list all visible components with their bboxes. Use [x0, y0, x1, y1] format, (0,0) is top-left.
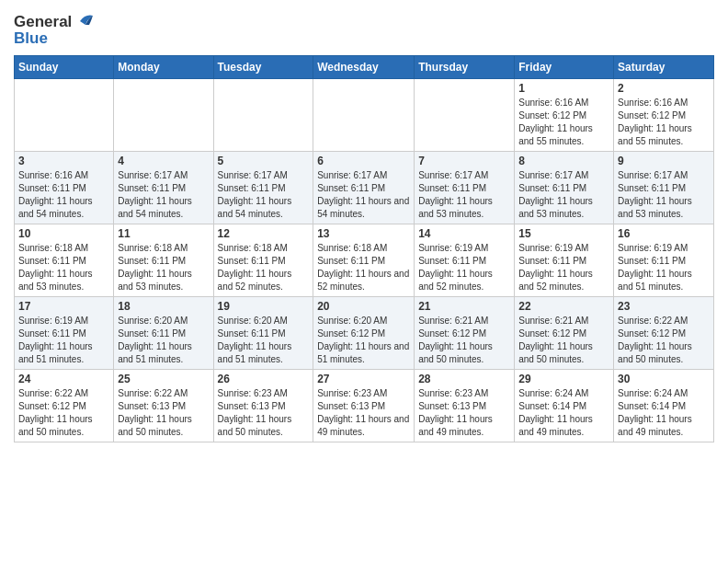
day-number: 19 [218, 300, 310, 313]
day-number: 26 [218, 373, 310, 385]
day-number: 21 [418, 300, 510, 313]
day-info: Sunrise: 6:20 AMSunset: 6:11 PMDaylight:… [118, 315, 209, 366]
day-number: 7 [418, 155, 510, 167]
day-number: 4 [118, 155, 209, 167]
day-info: Sunrise: 6:18 AMSunset: 6:11 PMDaylight:… [18, 242, 109, 293]
calendar-cell [15, 79, 114, 152]
day-info: Sunrise: 6:19 AMSunset: 6:11 PMDaylight:… [518, 242, 609, 293]
day-info: Sunrise: 6:21 AMSunset: 6:12 PMDaylight:… [418, 315, 510, 366]
day-number: 8 [518, 155, 609, 167]
day-number: 13 [317, 227, 410, 240]
calendar-cell: 27Sunrise: 6:23 AMSunset: 6:13 PMDayligh… [313, 370, 415, 442]
calendar-cell: 10Sunrise: 6:18 AMSunset: 6:11 PMDayligh… [15, 224, 114, 297]
weekday-header: Tuesday [213, 56, 313, 79]
day-number: 6 [317, 155, 410, 167]
day-info: Sunrise: 6:20 AMSunset: 6:11 PMDaylight:… [218, 315, 310, 366]
day-info: Sunrise: 6:17 AMSunset: 6:11 PMDaylight:… [118, 169, 209, 221]
day-info: Sunrise: 6:17 AMSunset: 6:11 PMDaylight:… [317, 169, 410, 221]
calendar-cell [415, 79, 515, 152]
weekday-header: Sunday [15, 56, 114, 79]
logo-blue-text: Blue [14, 29, 93, 48]
day-number: 17 [18, 300, 109, 313]
day-info: Sunrise: 6:22 AMSunset: 6:12 PMDaylight:… [18, 387, 109, 439]
day-info: Sunrise: 6:18 AMSunset: 6:11 PMDaylight:… [218, 242, 310, 293]
day-info: Sunrise: 6:24 AMSunset: 6:14 PMDaylight:… [618, 387, 710, 439]
day-info: Sunrise: 6:23 AMSunset: 6:13 PMDaylight:… [317, 387, 410, 439]
day-info: Sunrise: 6:22 AMSunset: 6:13 PMDaylight:… [118, 387, 209, 439]
header: General Blue [14, 9, 714, 48]
day-info: Sunrise: 6:17 AMSunset: 6:11 PMDaylight:… [418, 169, 510, 221]
day-number: 28 [418, 373, 510, 385]
day-number: 9 [618, 155, 710, 167]
weekday-header: Friday [515, 56, 614, 79]
day-info: Sunrise: 6:16 AMSunset: 6:12 PMDaylight:… [618, 97, 710, 148]
calendar-cell [114, 79, 213, 152]
calendar-week-row: 3Sunrise: 6:16 AMSunset: 6:11 PMDaylight… [15, 152, 714, 224]
day-info: Sunrise: 6:19 AMSunset: 6:11 PMDaylight:… [418, 242, 510, 293]
calendar-cell: 3Sunrise: 6:16 AMSunset: 6:11 PMDaylight… [15, 152, 114, 224]
calendar-cell: 30Sunrise: 6:24 AMSunset: 6:14 PMDayligh… [614, 370, 714, 442]
calendar-cell: 16Sunrise: 6:19 AMSunset: 6:11 PMDayligh… [614, 224, 714, 297]
weekday-header: Saturday [614, 56, 714, 79]
day-info: Sunrise: 6:23 AMSunset: 6:13 PMDaylight:… [218, 387, 310, 439]
day-number: 27 [317, 373, 410, 385]
calendar-header-row: SundayMondayTuesdayWednesdayThursdayFrid… [15, 56, 714, 79]
calendar-week-row: 17Sunrise: 6:19 AMSunset: 6:11 PMDayligh… [15, 297, 714, 370]
day-number: 14 [418, 227, 510, 240]
day-info: Sunrise: 6:19 AMSunset: 6:11 PMDaylight:… [18, 315, 109, 366]
day-number: 16 [618, 227, 710, 240]
day-info: Sunrise: 6:22 AMSunset: 6:12 PMDaylight:… [618, 315, 710, 366]
day-number: 10 [18, 227, 109, 240]
calendar-cell: 11Sunrise: 6:18 AMSunset: 6:11 PMDayligh… [114, 224, 213, 297]
calendar-cell: 29Sunrise: 6:24 AMSunset: 6:14 PMDayligh… [515, 370, 614, 442]
calendar-cell: 5Sunrise: 6:17 AMSunset: 6:11 PMDaylight… [213, 152, 313, 224]
weekday-header: Wednesday [313, 56, 415, 79]
calendar-cell: 13Sunrise: 6:18 AMSunset: 6:11 PMDayligh… [313, 224, 415, 297]
day-info: Sunrise: 6:23 AMSunset: 6:13 PMDaylight:… [418, 387, 510, 439]
day-info: Sunrise: 6:20 AMSunset: 6:12 PMDaylight:… [317, 315, 410, 366]
calendar-cell: 26Sunrise: 6:23 AMSunset: 6:13 PMDayligh… [213, 370, 313, 442]
day-info: Sunrise: 6:18 AMSunset: 6:11 PMDaylight:… [118, 242, 209, 293]
day-number: 25 [118, 373, 209, 385]
day-number: 29 [518, 373, 609, 385]
calendar-cell [213, 79, 313, 152]
day-info: Sunrise: 6:16 AMSunset: 6:12 PMDaylight:… [518, 97, 609, 148]
calendar-cell: 24Sunrise: 6:22 AMSunset: 6:12 PMDayligh… [15, 370, 114, 442]
calendar-cell: 28Sunrise: 6:23 AMSunset: 6:13 PMDayligh… [415, 370, 515, 442]
day-number: 3 [18, 155, 109, 167]
calendar-cell: 18Sunrise: 6:20 AMSunset: 6:11 PMDayligh… [114, 297, 213, 370]
day-info: Sunrise: 6:18 AMSunset: 6:11 PMDaylight:… [317, 242, 410, 293]
logo-bird-icon [73, 12, 93, 30]
day-number: 20 [317, 300, 410, 313]
day-info: Sunrise: 6:24 AMSunset: 6:14 PMDaylight:… [518, 387, 609, 439]
logo-general-text: General [14, 13, 72, 31]
page: General Blue SundayMondayTuesdayWednesda… [0, 0, 728, 563]
calendar-cell: 21Sunrise: 6:21 AMSunset: 6:12 PMDayligh… [415, 297, 515, 370]
calendar-cell: 25Sunrise: 6:22 AMSunset: 6:13 PMDayligh… [114, 370, 213, 442]
calendar-cell: 8Sunrise: 6:17 AMSunset: 6:11 PMDaylight… [515, 152, 614, 224]
calendar-cell [313, 79, 415, 152]
day-info: Sunrise: 6:21 AMSunset: 6:12 PMDaylight:… [518, 315, 609, 366]
calendar-cell: 1Sunrise: 6:16 AMSunset: 6:12 PMDaylight… [515, 79, 614, 152]
calendar-cell: 6Sunrise: 6:17 AMSunset: 6:11 PMDaylight… [313, 152, 415, 224]
day-number: 18 [118, 300, 209, 313]
calendar-cell: 12Sunrise: 6:18 AMSunset: 6:11 PMDayligh… [213, 224, 313, 297]
day-info: Sunrise: 6:19 AMSunset: 6:11 PMDaylight:… [618, 242, 710, 293]
day-number: 12 [218, 227, 310, 240]
day-number: 11 [118, 227, 209, 240]
day-number: 2 [618, 82, 710, 95]
day-info: Sunrise: 6:17 AMSunset: 6:11 PMDaylight:… [518, 169, 609, 221]
day-info: Sunrise: 6:16 AMSunset: 6:11 PMDaylight:… [18, 169, 109, 221]
logo: General Blue [14, 13, 93, 48]
calendar-cell: 19Sunrise: 6:20 AMSunset: 6:11 PMDayligh… [213, 297, 313, 370]
weekday-header: Thursday [415, 56, 515, 79]
day-number: 5 [218, 155, 310, 167]
calendar-cell: 9Sunrise: 6:17 AMSunset: 6:11 PMDaylight… [614, 152, 714, 224]
day-number: 30 [618, 373, 710, 385]
day-number: 23 [618, 300, 710, 313]
day-info: Sunrise: 6:17 AMSunset: 6:11 PMDaylight:… [618, 169, 710, 221]
calendar-cell: 20Sunrise: 6:20 AMSunset: 6:12 PMDayligh… [313, 297, 415, 370]
weekday-header: Monday [114, 56, 213, 79]
day-number: 15 [518, 227, 609, 240]
calendar-cell: 17Sunrise: 6:19 AMSunset: 6:11 PMDayligh… [15, 297, 114, 370]
